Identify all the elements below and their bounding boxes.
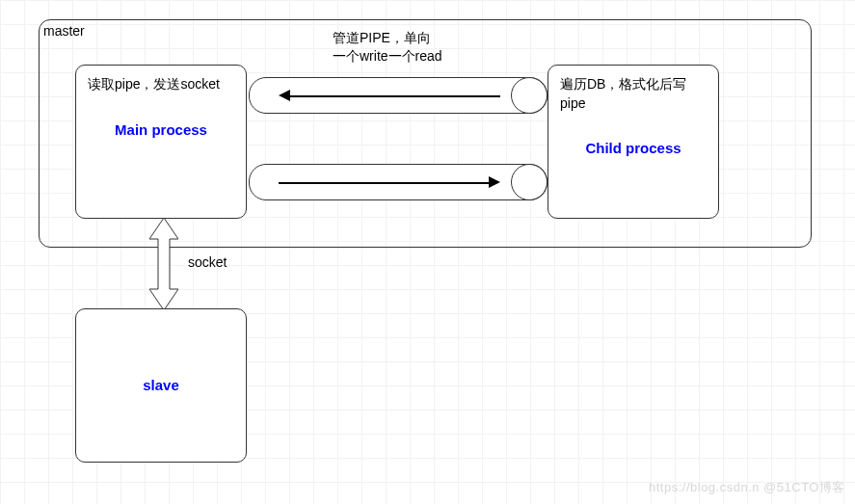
pipe-bottom — [249, 164, 548, 200]
svg-marker-0 — [149, 218, 178, 310]
main-process-box: 读取pipe，发送socket Main process — [75, 65, 247, 219]
pipe-bottom-arrow-line — [279, 182, 491, 184]
socket-double-arrow — [149, 218, 178, 309]
pipe-top-cap — [511, 77, 548, 114]
socket-label: socket — [188, 253, 227, 271]
pipe-top-arrow-line — [288, 95, 500, 97]
child-process-box: 遍历DB，格式化后写pipe Child process — [548, 65, 719, 219]
master-label: master — [43, 22, 85, 40]
main-process-title: Main process — [88, 121, 234, 138]
slave-box: slave — [75, 308, 247, 463]
pipe-top-arrow-head — [279, 90, 290, 101]
watermark: https://blog.csdn.n @51CTO博客 — [649, 479, 845, 496]
child-process-desc: 遍历DB，格式化后写pipe — [560, 75, 707, 113]
double-arrow-icon — [149, 218, 178, 310]
child-process-title: Child process — [560, 140, 707, 156]
pipe-bottom-arrow-head — [489, 176, 500, 188]
slave-title: slave — [88, 377, 234, 393]
pipe-top — [249, 77, 548, 114]
main-process-desc: 读取pipe，发送socket — [88, 75, 234, 94]
pipe-label-line2: 一个write一个read — [333, 47, 442, 65]
pipe-bottom-cap — [511, 164, 548, 200]
pipe-label-line1: 管道PIPE，单向 — [333, 29, 431, 46]
